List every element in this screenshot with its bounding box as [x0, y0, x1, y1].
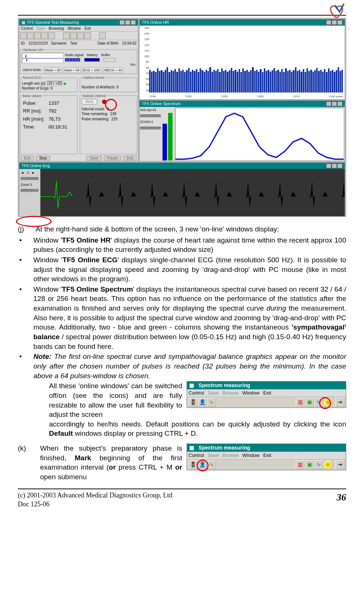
app-screenshot: ▦ TF5 Spectral Test Measuring Control Sa… [18, 18, 346, 217]
spectrum-zoom-slider[interactable] [140, 127, 161, 130]
person-icon[interactable]: 👤 [198, 398, 207, 407]
hr-x-axis: 124012601280130013201340 pulse [149, 95, 343, 99]
default-layout-icon[interactable]: ☺ [324, 460, 332, 469]
mark-person-icon[interactable]: 👤 [198, 460, 207, 469]
window-controls[interactable] [119, 20, 136, 25]
control-buttons[interactable]: Exit Stop Save Pause End [19, 155, 138, 161]
bullet-icon: • [18, 285, 33, 351]
bullet-ecg: Window 'TF5 Online ECG' displays single-… [33, 255, 346, 284]
bullet-icon: • [18, 352, 33, 380]
hr-bars [149, 26, 343, 93]
page-top-rule [18, 15, 346, 16]
user-limits: User's limits: Meas = 34 Save = 43 ECG =… [22, 68, 135, 73]
footer-copyright: (c) 2001-2003 Advanced Medical Diagnosti… [18, 491, 172, 500]
hr-pane: TF5 Online HR 15014013012011010090807060… [139, 19, 345, 100]
page-number: 36 [337, 491, 346, 509]
basic-values-group: Basic values Pulse:1337 RR [ms]:782 HR [… [20, 94, 78, 154]
bullet-spectrum: Window 'TF5 Online Spectrum' displays th… [33, 285, 346, 351]
page-footer: (c) 2001-2003 Advanced Medical Diagnosti… [18, 489, 346, 509]
chart1-icon[interactable]: ▥ [296, 398, 305, 407]
traffic-icon[interactable]: 🚦 [188, 460, 197, 469]
main-title: TF5 Spectral Test Measuring [27, 20, 79, 25]
spectrum-plot [175, 108, 344, 160]
bullet-hr: Window 'TF5 Online HR' displays the cour… [33, 236, 346, 254]
item-j-intro: At the right-hand side & bottom of the s… [36, 224, 346, 234]
app-icon: ▦ [22, 20, 25, 25]
pulse-icon[interactable]: ∿ [207, 460, 216, 469]
sympathovagal-bars [163, 108, 174, 161]
ecg-side-controls[interactable]: ◄ 4 ► Zoom 3 [19, 169, 40, 216]
wave-icon[interactable]: ∿ [314, 460, 323, 469]
item-k-marker: (k) [18, 444, 36, 453]
spectrum-slider[interactable] [140, 114, 161, 117]
item-k-text: When the subject's preparatory phase is … [40, 444, 182, 482]
footer-doc: Doc 125-06 [18, 500, 172, 509]
pulse-icon[interactable]: ∿ [207, 398, 216, 407]
statistic-interval-group: Statistic interval Mark Interval count: … [80, 94, 137, 154]
recording-indicator-icon [102, 100, 106, 104]
bullet-note: Note: The first on-line spectral curve a… [33, 352, 346, 380]
default-layout-icon[interactable]: ☺ [324, 398, 332, 407]
toolbar-screenshot-1: ▦ Spectrum measuring Control Save Browse… [187, 381, 346, 408]
hw-wave-preview [22, 53, 63, 63]
artefact-group: Artefact record Number of Artefacts: 0 [80, 75, 137, 92]
main-toolbar[interactable] [19, 32, 138, 40]
mark-button[interactable]: Mark [82, 99, 97, 104]
hr-y-axis: 150140130120110100908070605040 [140, 26, 150, 94]
chart2-icon[interactable]: ▣ [305, 460, 314, 469]
hr-titlebar: TF5 Online HR [140, 19, 345, 26]
ecg-pane: TF5 Online Ecg ◄ 4 ► Zoom 3 [19, 162, 345, 216]
main-control-window: ▦ TF5 Spectral Test Measuring Control Sa… [19, 19, 138, 162]
subnote-a: All these 'online windows' can be switch… [18, 381, 182, 419]
spectrum-titlebar: TF5 Online Spectrum [140, 101, 345, 107]
patient-id-row: ID:123123123! Surname:Test Date of Birth… [19, 40, 138, 47]
exit-icon[interactable]: ⇥ [335, 460, 344, 469]
chart2-icon[interactable]: ▣ [305, 398, 314, 407]
hardware-info-group: Hardware info Radio signal Battery Buffe… [20, 48, 137, 74]
bullet-icon: • [18, 236, 33, 254]
brand-logo [325, 2, 348, 20]
item-j-marker: (j) [18, 224, 36, 234]
toolbar-screenshot-2: ▦ Spectrum measuring Control Save Browse… [187, 444, 346, 470]
record-ecg-group: Record ECG Length sec.[s]: 18 / +20 ▶ Nu… [20, 75, 78, 92]
bullet-icon: • [18, 255, 33, 284]
ecg-titlebar: TF5 Online Ecg [19, 163, 345, 169]
exit-icon[interactable]: ⇥ [335, 398, 344, 407]
subnote-b: accordingly to her/his needs. Default po… [18, 419, 346, 438]
wave-icon[interactable]: ∿ [314, 398, 323, 407]
chart1-icon[interactable]: ▥ [296, 460, 305, 469]
ecg-plot [40, 169, 345, 216]
main-menu[interactable]: Control Save Browsing Window Exit [19, 26, 138, 32]
main-titlebar: ▦ TF5 Spectral Test Measuring [19, 19, 138, 26]
traffic-icon[interactable]: 🚦 [188, 398, 197, 407]
spectrum-pane: TF5 Online Spectrum Wd.Opt 64 ZOOM 2 [139, 100, 345, 162]
body-text: (j) At the right-hand side & bottom of t… [18, 224, 346, 482]
